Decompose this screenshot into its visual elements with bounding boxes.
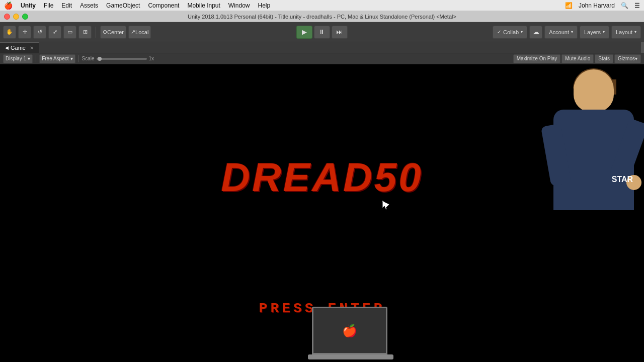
play-button[interactable]: ▶ [296, 26, 312, 39]
layout-dropdown[interactable]: Layout ▾ [611, 26, 641, 39]
mac-menubar: 🍎 Unity File Edit Assets GameObject Comp… [0, 0, 644, 11]
step-button[interactable]: ⏭ [332, 26, 348, 39]
game-toolbar-sep-2 [78, 55, 79, 62]
game-toolbar-sep-1 [36, 55, 36, 62]
person-head [574, 69, 614, 112]
mute-audio-button[interactable]: Mute Audio [561, 54, 594, 63]
cloud-button[interactable]: ☁ [529, 26, 542, 39]
toolbar-right: ✓ Collab ▾ ☁ Account ▾ Layers ▾ Layout ▾ [493, 26, 641, 39]
scale-thumb [98, 57, 102, 61]
tab-bar: ◀ Game ✕ [0, 42, 644, 53]
window-buttons [4, 14, 28, 20]
person-area: STAR [493, 64, 644, 362]
tab-close-icon[interactable]: ✕ [30, 45, 34, 51]
apple-menu[interactable]: 🍎 [4, 2, 13, 10]
layout-dropdown-icon: ▾ [634, 30, 636, 34]
window-title: Unity 2018.1.0b13 Personal (64bit) - Tit… [188, 14, 456, 20]
game-toolbar: Display 1 ▾ Free Aspect ▾ Scale 1x Maxim… [0, 53, 644, 64]
game-tab[interactable]: ◀ Game ✕ [0, 42, 39, 53]
pivot-icon: ⊙ [103, 29, 107, 35]
unity-menu[interactable]: Unity [21, 2, 36, 9]
scale-value: 1x [149, 56, 154, 61]
gameobject-menu[interactable]: GameObject [106, 2, 140, 9]
account-dropdown[interactable]: Account ▾ [544, 26, 578, 39]
pause-button[interactable]: ⏸ [314, 26, 330, 39]
playcontrols-group: ▶ ⏸ ⏭ [153, 26, 491, 39]
collab-dropdown-icon: ▾ [521, 30, 523, 34]
mouse-cursor [382, 200, 388, 209]
collab-check-icon: ✓ [497, 29, 501, 35]
gizmos-button[interactable]: Gizmos ▾ [614, 54, 641, 63]
resize-handle[interactable] [641, 42, 644, 53]
unity-toolbar: ✋ ✛ ↺ ⤢ ▭ ⊞ ⊙ Center ↗ Local ▶ ⏸ ⏭ ✓ Col… [0, 22, 644, 42]
file-menu[interactable]: File [44, 2, 53, 9]
display-select[interactable]: Display 1 ▾ [3, 54, 33, 63]
rotate-tool-button[interactable]: ↺ [33, 26, 46, 39]
window-close-button[interactable] [4, 14, 10, 20]
laptop-screen: 🍎 [312, 307, 387, 354]
game-title-text: DREAD50 [221, 154, 423, 201]
svg-marker-0 [382, 200, 388, 210]
move-tool-button[interactable]: ✛ [18, 26, 31, 39]
window-maximize-button[interactable] [22, 14, 28, 20]
multi-tool-button[interactable]: ⊞ [78, 26, 92, 39]
aspect-select[interactable]: Free Aspect ▾ [39, 54, 75, 63]
toolbar-separator-1 [96, 27, 96, 38]
hand-tool-button[interactable]: ✋ [3, 26, 16, 39]
game-viewport: DREAD50 PRESS ENTER STAR 🍎 [0, 64, 644, 362]
hoodie-text: STAR [612, 175, 633, 184]
laptop-screen-inner: 🍎 [313, 308, 386, 353]
search-icon[interactable]: 🔍 [621, 2, 628, 9]
account-dropdown-icon: ▾ [571, 30, 573, 34]
layers-dropdown-icon: ▾ [603, 30, 605, 34]
help-menu[interactable]: Help [258, 2, 271, 9]
scale-tool-button[interactable]: ⤢ [48, 26, 61, 39]
wifi-icon: 📶 [565, 2, 573, 9]
scale-slider[interactable] [97, 58, 147, 60]
game-toolbar-right: Maximize On Play Mute Audio Stats Gizmos… [513, 54, 641, 63]
user-name[interactable]: John Harvard [579, 2, 615, 9]
gizmos-dropdown-icon: ▾ [635, 56, 637, 61]
aspect-dropdown-icon: ▾ [70, 56, 73, 61]
laptop-body [308, 354, 393, 359]
pivot-center-button[interactable]: ⊙ Center [100, 26, 126, 39]
scale-label: Scale [82, 56, 95, 61]
collab-button[interactable]: ✓ Collab ▾ [493, 26, 527, 39]
menu-icon[interactable]: ☰ [634, 2, 640, 9]
game-tab-icon: ◀ [5, 45, 9, 50]
stats-button[interactable]: Stats [595, 54, 613, 63]
pivot-local-button[interactable]: ↗ Local [128, 26, 151, 39]
window-menu[interactable]: Window [228, 2, 250, 9]
layers-dropdown[interactable]: Layers ▾ [580, 26, 609, 39]
rect-tool-button[interactable]: ▭ [63, 26, 76, 39]
maximize-on-play-button[interactable]: Maximize On Play [513, 54, 561, 63]
edit-menu[interactable]: Edit [61, 2, 72, 9]
laptop-area: 🍎 [292, 302, 392, 362]
component-menu[interactable]: Component [148, 2, 179, 9]
local-icon: ↗ [131, 29, 135, 35]
display-dropdown-icon: ▾ [28, 56, 30, 61]
mobileinput-menu[interactable]: Mobile Input [187, 2, 220, 9]
laptop-apple-logo: 🍎 [342, 324, 357, 338]
assets-menu[interactable]: Assets [80, 2, 98, 9]
window-minimize-button[interactable] [13, 14, 19, 20]
unity-titlebar: Unity 2018.1.0b13 Personal (64bit) - Tit… [0, 11, 644, 22]
